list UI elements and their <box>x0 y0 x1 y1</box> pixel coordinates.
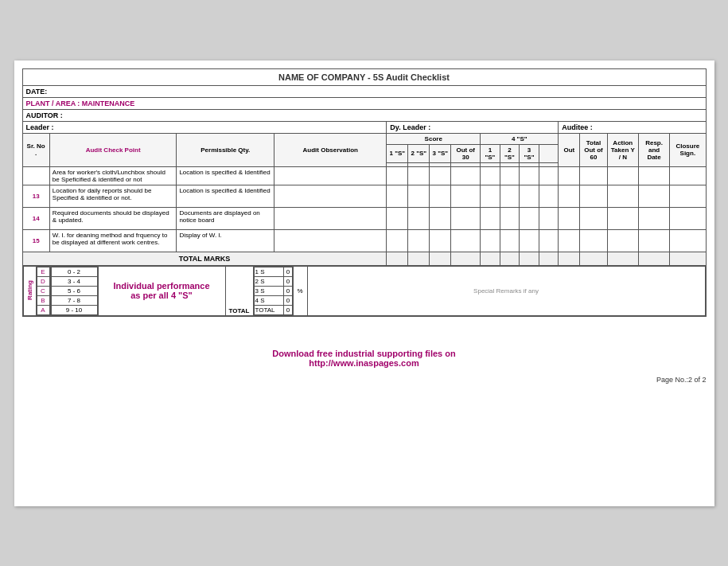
f1-cell <box>481 185 500 207</box>
out-cell <box>559 229 580 252</box>
total-marks-label: TOTAL MARKS <box>22 252 387 265</box>
f4-cell <box>539 229 559 252</box>
rating-vertical-label: Rating <box>23 266 36 315</box>
pq-cell: Display of W. I. <box>177 229 274 252</box>
f3-cell <box>520 229 539 252</box>
table-row: 14 Required documents should be displaye… <box>22 207 706 229</box>
f1-cell <box>481 166 500 185</box>
dy-leader-label: Dy. Leader : <box>387 121 559 133</box>
table-row: 15 W. I. for deaning method and frquency… <box>22 229 706 252</box>
f4-cell <box>539 166 559 185</box>
auditor-label: AUDITOR : <box>22 109 706 121</box>
sr-cell <box>22 166 49 185</box>
range-row-3: 5 - 6 <box>51 286 97 295</box>
header-sr-no: Sr. No . <box>22 133 49 166</box>
score-row-3s: 3 S 0 <box>254 286 292 295</box>
rating-range-col: 0 - 2 3 - 4 5 - 6 7 - 8 9 - 10 <box>50 266 98 315</box>
range-row-1: 0 - 2 <box>51 267 97 276</box>
closure-cell <box>670 166 706 185</box>
footer-download: Download free industrial supporting file… <box>22 349 707 368</box>
total-total <box>580 252 607 265</box>
audit-table: NAME OF COMPANY - 5S Audit Checklist DAT… <box>22 68 707 317</box>
f4-cell <box>539 207 559 229</box>
grade-row-b: B <box>37 295 49 305</box>
acp-cell: Area for worker's cloth/Lunchbox should … <box>49 166 177 185</box>
resp-cell <box>638 185 669 207</box>
s2-cell <box>408 185 430 207</box>
f3-cell <box>520 207 539 229</box>
f2-cell <box>500 185 520 207</box>
out30-cell <box>451 229 481 252</box>
resp-cell <box>638 229 669 252</box>
action-cell <box>607 207 638 229</box>
header-s2: 2 "S" <box>408 144 430 162</box>
total-f2 <box>500 252 520 265</box>
page-container: NAME OF COMPANY - 5S Audit Checklist DAT… <box>14 61 714 506</box>
header-score: Score <box>387 133 481 144</box>
individual-perf-line1: Individual performance <box>102 281 222 291</box>
acp-cell: W. I. for deaning method and frquency to… <box>49 229 177 252</box>
s1-cell <box>387 229 408 252</box>
total-label-cell: TOTAL <box>225 266 253 315</box>
individual-perf-line2: as per all 4 "S" <box>102 291 222 300</box>
total-out30 <box>451 252 481 265</box>
leader-label: Leader : <box>22 121 387 133</box>
action-cell <box>607 229 638 252</box>
total-cell <box>580 166 607 185</box>
score-row-total: TOTAL 0 <box>254 305 292 314</box>
out30-cell <box>451 166 481 185</box>
total-cell <box>580 185 607 207</box>
header-ao: Audit Observation <box>274 133 387 166</box>
s2-cell <box>408 229 430 252</box>
sr-cell: 14 <box>22 207 49 229</box>
header-fours: 4 "S" <box>481 133 559 144</box>
total-action <box>607 252 638 265</box>
f2-cell <box>500 229 520 252</box>
resp-cell <box>638 166 669 185</box>
special-remarks-cell: Special Remarks if any <box>307 266 705 315</box>
total-cell <box>580 229 607 252</box>
table-row: 13 Location for daily reports should be … <box>22 185 706 207</box>
plant-label: PLANT / AREA : MAINTENANCE <box>22 97 706 109</box>
action-cell <box>607 166 638 185</box>
range-row-2: 3 - 4 <box>51 276 97 286</box>
out30-cell <box>451 207 481 229</box>
total-f3 <box>520 252 539 265</box>
header-f2: 2 "S" <box>500 144 520 162</box>
pq-cell: Location is specified & Identified <box>177 166 274 185</box>
ao-cell <box>274 166 387 185</box>
closure-cell <box>670 185 706 207</box>
out-cell <box>559 166 580 185</box>
total-s2 <box>408 252 430 265</box>
grade-row-e: E <box>37 267 49 276</box>
header-action: Action Taken Y / N <box>607 133 638 166</box>
grade-row-c: C <box>37 286 49 295</box>
date-row: DATE: <box>22 85 706 97</box>
header-f4 <box>539 144 559 162</box>
percent-cell: % <box>293 266 307 315</box>
title-row: NAME OF COMPANY - 5S Audit Checklist <box>22 68 706 85</box>
score-values-col: 1 S 0 2 S 0 3 S 0 <box>253 266 293 315</box>
page-number: Page No.:2 of 2 <box>22 376 707 384</box>
total-resp <box>638 252 669 265</box>
header-resp: Resp. and Date <box>638 133 669 166</box>
s1-cell <box>387 166 408 185</box>
action-cell <box>607 185 638 207</box>
ao-cell <box>274 207 387 229</box>
range-table: 0 - 2 3 - 4 5 - 6 7 - 8 9 - 10 <box>51 267 98 315</box>
header-row-1: Sr. No . Audit Check Point Permissible Q… <box>22 133 706 144</box>
s3-cell <box>430 166 451 185</box>
rating-table: Rating E D C B A <box>23 266 706 316</box>
grade-table: E D C B A <box>37 267 50 315</box>
total-f1 <box>481 252 500 265</box>
range-row-5: 9 - 10 <box>51 305 97 314</box>
f3-cell <box>520 185 539 207</box>
f2-cell <box>500 166 520 185</box>
s1-cell <box>387 185 408 207</box>
ao-cell <box>274 185 387 207</box>
total-marks-row: TOTAL MARKS <box>22 252 706 265</box>
score-values-table: 1 S 0 2 S 0 3 S 0 <box>254 267 293 315</box>
closure-cell <box>670 229 706 252</box>
total-out <box>559 252 580 265</box>
header-f3: 3 "S" <box>520 144 539 162</box>
